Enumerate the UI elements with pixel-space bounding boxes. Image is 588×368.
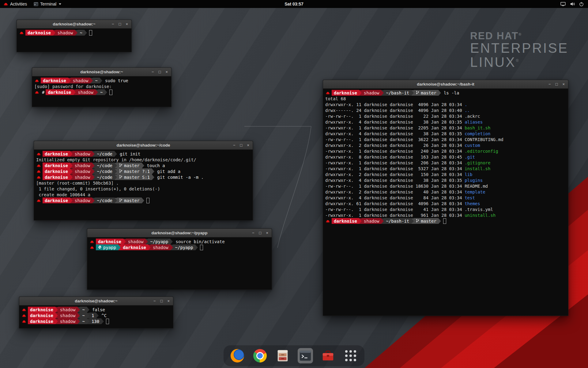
close-button[interactable]: × [167, 297, 170, 305]
file-name: uninstall.sh [465, 213, 496, 218]
terminal-icon[interactable] [298, 348, 313, 363]
file-name: aliases [465, 120, 483, 125]
prompt-segment-host: shadow [362, 218, 382, 224]
app-menu-terminal[interactable]: Terminal [30, 0, 65, 8]
chevron-down-icon [59, 3, 61, 5]
file-meta: drwxrwxr-x. 61 darknoise darknoise 4096 … [325, 201, 465, 206]
minimize-button[interactable]: − [152, 68, 154, 76]
prompt-segment-user: darknoise [43, 168, 70, 174]
redhat-prompt-icon [22, 314, 26, 317]
terminal-body[interactable]: darknoiseshadow~falsedarknoiseshadow~1^C… [19, 305, 173, 328]
chrome-icon[interactable] [252, 348, 268, 363]
app-grid-icon[interactable] [343, 348, 358, 363]
powerline-separator-icon [115, 198, 117, 203]
activities-button[interactable]: Activities [0, 0, 30, 8]
terminal-line: drwxrwxr-x. 11 darknoise darknoise 4096 … [325, 102, 566, 107]
terminal-window-home-2[interactable]: darknoise@shadow:~ − □ × darknoiseshadow… [19, 297, 173, 328]
redhat-prompt-icon [36, 152, 41, 155]
file-name: .gitignore [465, 160, 490, 165]
minimize-button[interactable]: − [252, 229, 254, 237]
powerline-separator-icon [85, 30, 87, 36]
dock [224, 345, 364, 366]
maximize-button[interactable]: □ [556, 80, 558, 88]
maximize-button[interactable]: □ [119, 20, 121, 28]
prompt-segment-path: ~/pyapp [173, 244, 195, 250]
powerline-separator-icon [77, 319, 80, 324]
desktop: RED HAT® ENTERPRISE LINUX® Activities Te… [0, 0, 588, 368]
terminal-body[interactable]: darknoiseshadow~/codegit initInitialized… [34, 150, 253, 220]
minimize-button[interactable]: − [548, 80, 551, 88]
close-button[interactable]: × [126, 20, 128, 28]
file-meta: -rw-rw-r--. 1 darknoise darknoise 3622 J… [325, 137, 465, 142]
window-titlebar[interactable]: darknoise@shadow:~ − □ × [32, 68, 171, 76]
terminal-cursor [89, 30, 92, 36]
terminal-line: create mode 100644 a [36, 192, 251, 197]
powerline-separator-icon [92, 163, 95, 168]
prompt-segment-git: master [414, 90, 439, 96]
prompt-segment-git: master [117, 163, 142, 168]
close-button[interactable]: × [562, 80, 565, 88]
powerline-separator-icon [439, 90, 441, 96]
toolbox-icon[interactable] [320, 348, 336, 363]
file-meta: drwxrwxr-x. 4 darknoise darknoise 38 Jan… [325, 120, 465, 125]
maximize-button[interactable]: □ [160, 297, 163, 305]
file-meta: drwxrwxr-x. 11 darknoise darknoise 4096 … [325, 102, 465, 107]
terminal-line: #darknoiseshadow~ [34, 89, 169, 95]
terminal-line: darknoiseshadow~/codemaster [36, 197, 251, 203]
power-icon[interactable] [579, 2, 584, 6]
maximize-button[interactable]: □ [240, 141, 243, 149]
close-button[interactable]: × [266, 229, 268, 237]
window-titlebar[interactable]: darknoise@shadow:~ − □ × [19, 297, 173, 305]
minimize-button[interactable]: − [153, 297, 156, 305]
powerline-separator-icon [115, 169, 117, 174]
powerline-separator-icon [195, 245, 198, 250]
terminal-window-home-1[interactable]: darknoise@shadow:~ − □ × darknoiseshadow… [17, 20, 132, 52]
maximize-button[interactable]: □ [259, 229, 262, 237]
volume-icon[interactable] [570, 2, 575, 6]
powerline-separator-icon [359, 218, 362, 224]
prompt-segment-git: master S:1 [117, 174, 152, 180]
prompt-segment-path: ~/code [95, 163, 115, 168]
powerline-separator-icon [439, 218, 441, 224]
powerline-separator-icon [77, 313, 80, 318]
terminal-body[interactable]: darknoiseshadow~/pyappsource bin/activat… [87, 237, 272, 289]
file-meta: -rw-rw-r--. 1 darknoise darknoise 22 Jan… [325, 114, 465, 119]
app-menu-label: Terminal [40, 2, 56, 6]
firefox-icon[interactable] [230, 348, 245, 363]
terminal-body[interactable]: darknoiseshadow~ [17, 29, 131, 51]
prompt-segment-path: ~/code [95, 168, 115, 174]
maximize-button[interactable]: □ [159, 68, 161, 76]
terminal-window-sudo[interactable]: darknoise@shadow:~ − □ × darknoiseshadow… [32, 67, 172, 107]
terminal-line: darknoiseshadow~false [21, 307, 171, 312]
redhat-prompt-icon [35, 91, 39, 94]
file-name: lib [465, 172, 472, 177]
window-titlebar[interactable]: darknoise@shadow:~/code − □ × [34, 141, 253, 150]
branding-enterprise: ENTERPRISE [470, 41, 568, 55]
close-button[interactable]: × [247, 141, 249, 149]
window-titlebar[interactable]: darknoise@shadow:~/pyapp − □ × [87, 229, 272, 237]
terminal-window-bashit[interactable]: darknoise@shadow:~/bash-it − □ × darknoi… [323, 80, 568, 316]
terminal-line: 1 file changed, 0 insertions(+), 0 delet… [36, 186, 251, 192]
minimize-button[interactable]: − [112, 20, 114, 28]
terminal-window-pyapp[interactable]: darknoise@shadow:~/pyapp − □ × darknoise… [87, 228, 272, 290]
file-name: plugins [465, 178, 483, 183]
terminal-line: darknoiseshadow~sudo true [34, 78, 169, 83]
screen-icon[interactable] [560, 2, 566, 6]
terminal-body[interactable]: darknoiseshadow~/bash-itmasterls -latota… [323, 89, 568, 315]
terminal-body[interactable]: darknoiseshadow~sudo true[sudo] password… [32, 76, 171, 106]
file-name: install.sh [465, 166, 490, 171]
window-titlebar[interactable]: darknoise@shadow:~/bash-it − □ × [323, 80, 568, 89]
close-button[interactable]: × [165, 68, 168, 76]
redhat-prompt-icon [90, 240, 94, 243]
powerline-separator-icon [411, 218, 414, 224]
powerline-separator-icon [77, 307, 80, 312]
file-cabinet-icon[interactable] [275, 348, 290, 363]
terminal-line: drwxrwxr-x. 2 darknoise darknoise 150 Ja… [325, 171, 566, 177]
window-titlebar[interactable]: darknoise@shadow:~ − □ × [17, 20, 131, 29]
minimize-button[interactable]: − [233, 141, 236, 149]
prompt-segment-path: ~ [80, 312, 87, 318]
terminal-window-code[interactable]: darknoise@shadow:~/code − □ × darknoises… [34, 141, 253, 220]
prompt-segment-status: 1 [89, 312, 96, 318]
file-name: template [465, 190, 485, 194]
clock[interactable]: Sat 03:57 [285, 2, 303, 6]
